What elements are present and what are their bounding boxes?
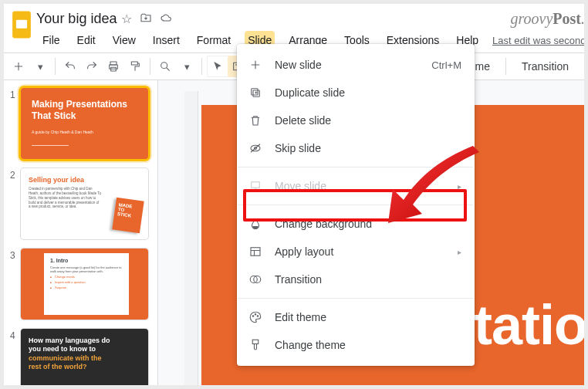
redo-button[interactable]	[82, 56, 102, 77]
thumbnail-1[interactable]: 1 Making Presentations That Stick A guid…	[10, 88, 151, 159]
undo-button[interactable]	[60, 56, 80, 77]
vertical-ruler	[184, 91, 198, 385]
zoom-button[interactable]	[155, 56, 175, 77]
menu-transition[interactable]: Transition	[238, 266, 474, 293]
svg-rect-13	[251, 248, 260, 256]
svg-rect-9	[252, 89, 258, 95]
menu-change-theme[interactable]: Change theme	[238, 331, 474, 359]
plus-icon	[248, 58, 262, 72]
select-tool[interactable]	[208, 56, 228, 77]
svg-rect-2	[110, 62, 117, 65]
palette-icon	[248, 310, 262, 324]
menu-file[interactable]: File	[39, 31, 63, 49]
menu-delete-slide[interactable]: Delete slide	[238, 107, 474, 134]
skip-icon	[248, 141, 262, 155]
thumbnail-3[interactable]: 3 1. Intro Create one message (a good li…	[10, 249, 151, 320]
menu-apply-layout[interactable]: Apply layout ▸	[238, 238, 474, 266]
new-slide-button[interactable]	[8, 56, 29, 77]
star-icon[interactable]: ☆	[121, 12, 132, 27]
menu-duplicate-slide[interactable]: Duplicate slide	[238, 79, 474, 107]
move-icon	[248, 179, 262, 193]
droplet-icon	[248, 217, 262, 231]
move-to-folder-icon[interactable]	[140, 12, 152, 27]
new-slide-dropdown[interactable]: ▾	[30, 56, 50, 77]
slide-menu-dropdown: New slide Ctrl+M Duplicate slide Delete …	[237, 44, 475, 366]
svg-rect-12	[252, 182, 260, 188]
svg-point-6	[161, 63, 167, 69]
zoom-dropdown[interactable]: ▾	[177, 56, 197, 77]
document-title[interactable]: Your big idea	[36, 11, 117, 27]
thumbnail-2[interactable]: 2 Selling your idea Created in partnersh…	[10, 168, 151, 239]
svg-point-18	[257, 316, 259, 317]
svg-rect-19	[252, 340, 259, 343]
slides-logo[interactable]	[10, 10, 33, 39]
menu-move-slide: Move slide ▸	[238, 172, 474, 200]
paint-format-button[interactable]	[125, 56, 145, 77]
last-edit-link[interactable]: Last edit was seconds ago	[492, 35, 588, 46]
print-button[interactable]	[103, 56, 123, 77]
menu-new-slide[interactable]: New slide Ctrl+M	[238, 51, 474, 79]
trash-icon	[248, 113, 262, 127]
svg-rect-1	[16, 20, 27, 29]
svg-rect-5	[131, 62, 137, 65]
brush-icon	[248, 338, 262, 352]
duplicate-icon	[248, 86, 262, 100]
layout-icon	[248, 245, 262, 259]
menu-view[interactable]: View	[110, 31, 139, 49]
menu-change-background[interactable]: Change background	[238, 210, 474, 238]
transition-icon	[248, 272, 262, 286]
chevron-right-icon: ▸	[458, 182, 461, 191]
svg-point-17	[255, 314, 256, 316]
menu-skip-slide[interactable]: Skip slide	[238, 134, 474, 162]
svg-point-16	[252, 316, 254, 317]
menu-format[interactable]: Format	[194, 31, 234, 49]
chevron-right-icon: ▸	[458, 248, 461, 256]
menu-insert[interactable]: Insert	[150, 31, 183, 49]
menu-edit-theme[interactable]: Edit theme	[238, 303, 474, 331]
menu-edit[interactable]: Edit	[74, 31, 99, 49]
cloud-status-icon[interactable]	[160, 12, 172, 27]
transition-button[interactable]: Transition	[511, 60, 580, 73]
thumbnail-4[interactable]: 4 How many languages do you need to know…	[10, 329, 151, 385]
watermark: groovyPost.com	[510, 10, 588, 28]
slide-thumbnails-panel: 1 Making Presentations That Stick A guid…	[4, 80, 158, 385]
